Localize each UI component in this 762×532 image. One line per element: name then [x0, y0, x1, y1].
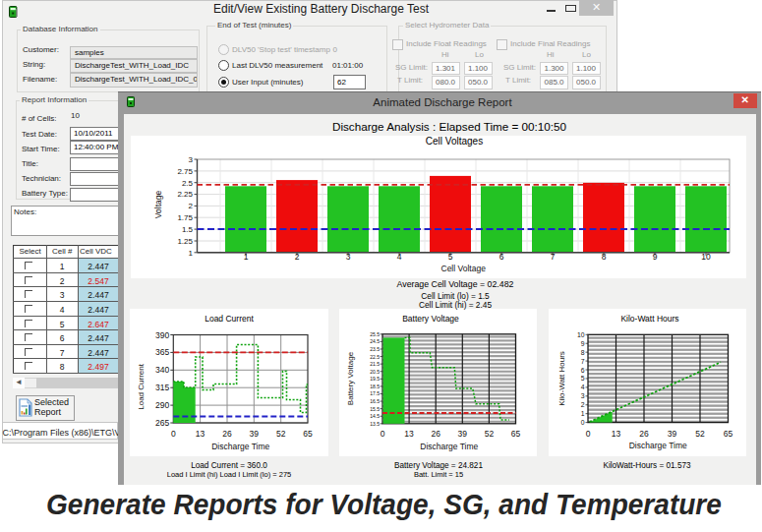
- svg-text:Battery Voltage: Battery Voltage: [402, 314, 459, 324]
- svg-text:13: 13: [404, 429, 414, 439]
- svg-text:Battery Voltage: Battery Voltage: [346, 351, 355, 405]
- svg-text:0: 0: [586, 429, 591, 439]
- svg-text:Load Current: Load Current: [137, 363, 146, 409]
- svg-text:13.5: 13.5: [370, 421, 380, 427]
- svg-text:8: 8: [581, 349, 585, 356]
- svg-text:20.5: 20.5: [370, 369, 380, 375]
- svg-text:52: 52: [695, 429, 705, 439]
- svg-text:Cell Voltages: Cell Voltages: [426, 136, 483, 147]
- svg-text:1.75: 1.75: [177, 213, 193, 222]
- svg-text:1.5: 1.5: [182, 224, 194, 233]
- svg-text:52: 52: [485, 429, 495, 439]
- svg-text:65: 65: [511, 429, 521, 439]
- svg-text:340: 340: [155, 365, 169, 375]
- svg-text:18.5: 18.5: [370, 384, 380, 389]
- svg-text:0: 0: [381, 429, 385, 439]
- svg-text:Kilo-Watt Hours: Kilo-Watt Hours: [557, 351, 566, 406]
- svg-text:24.5: 24.5: [370, 338, 380, 344]
- svg-text:26: 26: [431, 429, 440, 439]
- svg-text:9: 9: [581, 340, 585, 347]
- svg-text:Kilo-Watt Hours: Kilo-Watt Hours: [620, 314, 678, 324]
- svg-text:16.5: 16.5: [370, 398, 380, 404]
- svg-text:15.5: 15.5: [370, 406, 380, 412]
- svg-text:3: 3: [189, 154, 194, 163]
- svg-text:13: 13: [196, 429, 205, 439]
- svg-text:10: 10: [577, 331, 585, 338]
- svg-text:Voltage: Voltage: [153, 190, 163, 218]
- svg-text:390: 390: [155, 330, 169, 340]
- svg-text:6: 6: [499, 252, 504, 262]
- svg-text:8: 8: [602, 252, 607, 262]
- svg-text:2: 2: [295, 252, 300, 262]
- svg-text:65: 65: [724, 429, 733, 439]
- svg-text:25.5: 25.5: [370, 331, 380, 337]
- svg-text:2.75: 2.75: [177, 166, 193, 175]
- svg-text:17.5: 17.5: [370, 390, 380, 396]
- svg-text:13: 13: [612, 429, 621, 439]
- svg-text:4: 4: [397, 252, 402, 262]
- svg-text:Cell Voltage: Cell Voltage: [441, 264, 487, 273]
- svg-text:1.25: 1.25: [177, 236, 193, 245]
- svg-text:Discharge Time: Discharge Time: [420, 442, 478, 451]
- svg-text:19.5: 19.5: [370, 376, 380, 382]
- svg-text:4: 4: [581, 384, 585, 390]
- svg-text:2: 2: [189, 202, 194, 210]
- svg-text:2.25: 2.25: [177, 190, 193, 199]
- svg-text:265: 265: [155, 418, 169, 428]
- svg-text:315: 315: [155, 383, 169, 392]
- svg-text:0: 0: [171, 429, 176, 439]
- svg-text:39: 39: [250, 429, 260, 439]
- svg-text:2.5: 2.5: [182, 178, 194, 187]
- svg-text:1: 1: [581, 410, 585, 417]
- svg-text:14.5: 14.5: [370, 413, 380, 419]
- svg-text:1: 1: [189, 248, 194, 257]
- svg-text:3: 3: [346, 252, 351, 262]
- svg-text:3: 3: [581, 392, 585, 399]
- svg-text:39: 39: [668, 429, 677, 439]
- svg-text:1: 1: [244, 252, 249, 262]
- svg-text:5: 5: [581, 375, 585, 382]
- svg-text:26: 26: [639, 429, 649, 439]
- svg-text:365: 365: [155, 347, 169, 357]
- svg-text:6: 6: [581, 367, 585, 374]
- svg-text:65: 65: [303, 429, 313, 439]
- svg-text:7: 7: [551, 252, 556, 262]
- svg-text:52: 52: [276, 429, 286, 439]
- svg-text:10: 10: [701, 252, 711, 262]
- svg-text:39: 39: [458, 429, 468, 439]
- svg-text:290: 290: [155, 400, 169, 410]
- svg-text:Discharge Time: Discharge Time: [629, 441, 687, 450]
- svg-text:26: 26: [222, 429, 232, 439]
- svg-text:Discharge Time: Discharge Time: [211, 442, 269, 451]
- svg-text:7: 7: [581, 358, 585, 365]
- svg-text:Load Current: Load Current: [205, 314, 254, 324]
- svg-text:23.5: 23.5: [370, 346, 380, 352]
- svg-text:21.5: 21.5: [370, 361, 380, 367]
- svg-text:9: 9: [653, 252, 658, 262]
- svg-text:2: 2: [581, 401, 585, 408]
- svg-text:5: 5: [448, 252, 453, 262]
- svg-text:22.5: 22.5: [370, 354, 380, 360]
- svg-text:0: 0: [581, 419, 585, 426]
